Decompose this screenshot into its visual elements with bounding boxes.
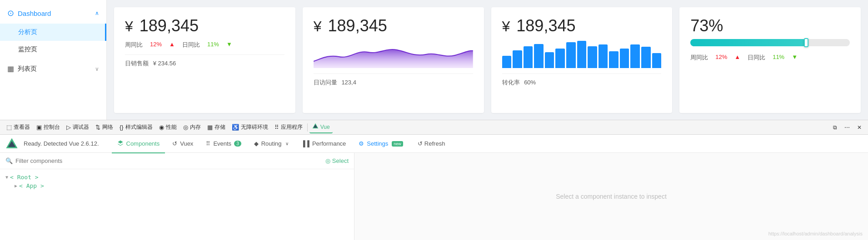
sidebar-chevron-icon: ∧: [95, 10, 99, 16]
sales-amount: ¥ 189,345: [125, 16, 284, 35]
devtools-right-actions: ⧉ ⋯ ✕: [830, 122, 864, 133]
ready-text: Ready. Detected Vue 2.6.12.: [24, 140, 99, 147]
inspect-hint: Select a component instance to inspect: [556, 193, 667, 200]
panel-body: 🔍 ◎ Select ▼ < Root > ▶ < App: [0, 153, 868, 240]
sales-sub: 日销售额 ¥ 234.56: [125, 59, 284, 68]
conversion-amount: ¥ 189,345: [502, 16, 662, 35]
style-editor-icon: {}: [120, 124, 124, 131]
network-icon: ⇅: [95, 124, 100, 131]
progress-thumb: [804, 38, 808, 47]
progress-bar: [690, 39, 850, 46]
nav-right-actions: ↺ Refresh: [414, 137, 449, 150]
vue-devtools-nav: Ready. Detected Vue 2.6.12. Components ↺…: [0, 135, 868, 153]
events-badge: 3: [234, 141, 241, 147]
url-hint: https://localhost/admin/dashboard/analys…: [768, 231, 863, 236]
main-content: ¥ 189,345 周同比 12% ▲ 日同比 11% ▼ 日销售额 ¥ 234…: [107, 0, 868, 120]
tab-events-label: Events: [213, 140, 231, 147]
tree-app[interactable]: ▶ < App >: [15, 181, 349, 190]
filter-components-input[interactable]: [15, 157, 106, 164]
debugger-label: 调试器: [73, 123, 89, 131]
inspector-label: 查看器: [14, 123, 30, 131]
application-label: 应用程序: [281, 123, 303, 131]
visit-chart: [314, 41, 473, 68]
toolbar-accessibility[interactable]: ♿ 无障碍环境: [229, 122, 271, 133]
root-chevron-icon: ▼: [5, 175, 8, 180]
storage-icon: ▦: [207, 124, 213, 131]
console-icon: ▣: [36, 124, 42, 131]
tab-vuex[interactable]: ↺ Vuex: [167, 135, 199, 153]
app-chevron-icon: ▶: [15, 183, 17, 188]
visit-sub: 日访问量 123,4: [314, 78, 473, 87]
progress-pct: 73%: [690, 16, 850, 35]
dock-icon: ⧉: [833, 124, 837, 131]
toolbar-separator: [307, 123, 308, 132]
progress-fill: [690, 39, 807, 46]
toolbar-network[interactable]: ⇅ 网络: [93, 122, 116, 133]
tab-performance-label: Performance: [312, 140, 346, 147]
sales-divider: [125, 54, 284, 55]
toolbar-vue[interactable]: Vue: [309, 122, 333, 133]
memory-icon: ◎: [183, 124, 188, 131]
tab-routing[interactable]: ◆ Routing ∨: [249, 135, 294, 153]
inspect-panel: Select a component instance to inspect h…: [354, 153, 868, 240]
toolbar-debugger[interactable]: ▷ 调试器: [64, 122, 92, 133]
more-icon: ⋯: [844, 124, 850, 131]
settings-gear-icon: ⚙: [359, 140, 364, 147]
tab-components[interactable]: Components: [112, 135, 165, 153]
sales-currency: ¥: [125, 18, 133, 34]
vue-logo-toolbar: [312, 123, 319, 131]
filter-bar: 🔍 ◎ Select: [0, 153, 354, 169]
toolbar-console[interactable]: ▣ 控制台: [34, 122, 63, 133]
tab-events[interactable]: ⠿ Events 3: [200, 135, 246, 153]
select-label: Select: [332, 157, 349, 164]
conversion-divider: [502, 73, 662, 74]
select-button[interactable]: ◎ Select: [325, 157, 349, 164]
vue-logo: [5, 137, 18, 150]
sidebar-header: ⊙ Dashboard ∧: [0, 5, 106, 24]
conversion-sub: 转化率 60%: [502, 78, 662, 87]
performance-icon: ◉: [159, 124, 164, 131]
components-icon: [117, 140, 124, 147]
sidebar-item-monitor[interactable]: 监控页: [0, 41, 106, 58]
visit-divider: [314, 73, 473, 74]
stat-card-visit: ¥ 189,345: [303, 7, 484, 113]
devtools-toolbar: ⬚ 查看器 ▣ 控制台 ▷ 调试器 ⇅ 网络 {} 样式编辑器 ◉ 性能: [0, 120, 868, 135]
dashboard-icon: ⊙: [7, 8, 14, 18]
bar-chart: [502, 41, 662, 68]
refresh-button[interactable]: ↺ Refresh: [414, 137, 449, 150]
dock-button[interactable]: ⧉: [830, 122, 840, 133]
toolbar-style-editor[interactable]: {} 样式编辑器: [117, 122, 155, 133]
tab-settings-label: Settings: [367, 140, 388, 147]
component-tree: ▼ < Root > ▶ < App >: [0, 169, 354, 194]
accessibility-label: 无障碍环境: [241, 123, 268, 131]
tab-components-label: Components: [126, 140, 160, 147]
stat-card-conversion: ¥ 189,345: [491, 7, 673, 113]
debugger-icon: ▷: [66, 124, 71, 131]
style-editor-label: 样式编辑器: [125, 123, 153, 131]
stat-card-sales: ¥ 189,345 周同比 12% ▲ 日同比 11% ▼ 日销售额 ¥ 234…: [114, 7, 295, 113]
tab-settings[interactable]: ⚙ Settings new: [353, 135, 409, 153]
application-icon: ⠿: [274, 124, 279, 131]
storage-label: 存储: [215, 123, 225, 131]
routing-icon: ◆: [254, 140, 259, 147]
inspector-icon: ⬚: [6, 124, 12, 131]
toolbar-performance[interactable]: ◉ 性能: [156, 122, 180, 133]
progress-badges: 周同比 12% ▲ 日同比 11% ▼: [690, 54, 850, 62]
more-button[interactable]: ⋯: [842, 122, 853, 133]
performance-label: 性能: [166, 123, 177, 131]
refresh-icon: ↺: [418, 140, 423, 147]
tab-performance[interactable]: ▐▐ Performance: [296, 135, 352, 153]
filter-search-icon: 🔍: [5, 157, 13, 164]
toolbar-storage[interactable]: ▦ 存储: [205, 122, 228, 133]
toolbar-inspector[interactable]: ⬚ 查看器: [4, 122, 33, 133]
routing-chevron-icon: ∨: [285, 141, 289, 146]
toolbar-memory[interactable]: ◎ 内存: [180, 122, 204, 133]
tree-root[interactable]: ▼ < Root >: [5, 173, 349, 181]
close-button[interactable]: ✕: [854, 122, 864, 133]
toolbar-application[interactable]: ⠿ 应用程序: [272, 122, 305, 133]
filter-input-wrap: 🔍: [5, 157, 325, 164]
accessibility-icon: ♿: [232, 124, 239, 131]
sidebar-item-analysis[interactable]: 分析页: [0, 24, 106, 41]
network-label: 网络: [102, 123, 113, 131]
sidebar-item-list[interactable]: ▦ 列表页 ∨: [0, 60, 106, 78]
